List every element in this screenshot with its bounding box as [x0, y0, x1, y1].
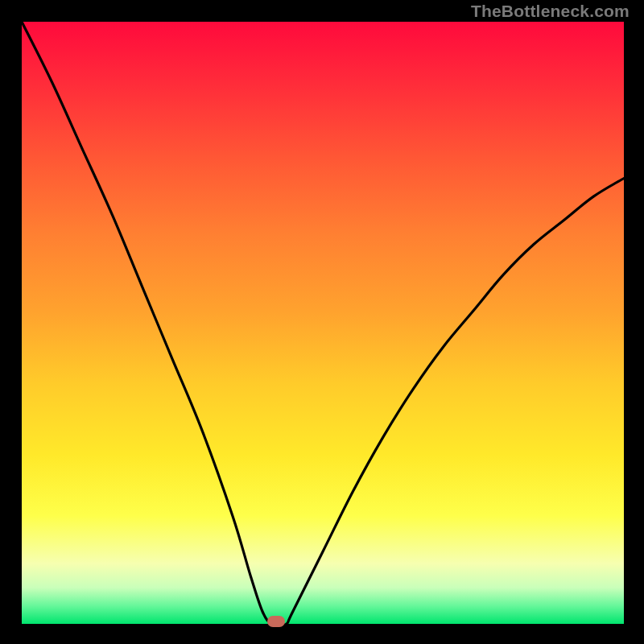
- bottleneck-curve-path: [22, 22, 624, 625]
- outer-frame: TheBottleneck.com: [0, 0, 644, 644]
- chart-plot-area: [22, 22, 624, 624]
- watermark-text: TheBottleneck.com: [471, 2, 630, 21]
- optimal-point-marker: [267, 616, 285, 627]
- curve-svg: [22, 22, 624, 624]
